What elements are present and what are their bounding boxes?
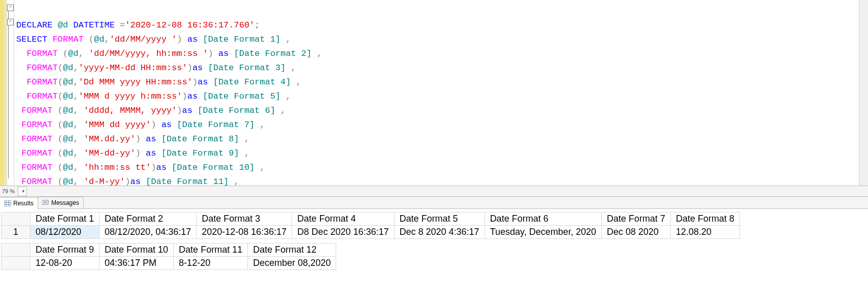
collapse-toggle-icon[interactable]: − — [7, 19, 14, 25]
col-header[interactable]: Date Format 5 — [394, 212, 485, 226]
col-header[interactable]: Date Format 7 — [601, 212, 670, 226]
zoom-dropdown[interactable]: ▼ — [18, 187, 27, 196]
chevron-down-icon: ▼ — [21, 189, 25, 194]
kw-declare: DECLARE — [16, 20, 52, 30]
tab-results[interactable]: Results — [0, 197, 38, 209]
semi: ; — [254, 20, 260, 30]
table-row[interactable]: 1 08/12/2020 08/12/2020, 04:36:17 2020-1… — [2, 226, 740, 239]
col-header[interactable]: Date Format 8 — [670, 212, 740, 226]
col-header[interactable]: Date Format 2 — [100, 212, 197, 226]
editor-vertical-scrollbar[interactable] — [859, 0, 868, 186]
row-header-blank[interactable] — [2, 244, 30, 257]
zoom-bar: 79 % ▼ — [0, 186, 868, 197]
row-number[interactable]: 1 — [2, 226, 30, 239]
tab-messages-label: Messages — [51, 199, 79, 206]
kw-type: DATETIME — [73, 20, 115, 30]
cell[interactable]: 2020-12-08 16:36:17 — [197, 226, 292, 239]
cell[interactable]: 08/12/2020, 04:36:17 — [100, 226, 197, 239]
col-header[interactable]: Date Format 6 — [485, 212, 601, 226]
col-header[interactable]: Date Format 1 — [30, 212, 100, 226]
grid-icon — [4, 200, 11, 206]
cell[interactable]: Tuesday, December, 2020 — [485, 226, 601, 239]
kw-select: SELECT — [16, 35, 47, 44]
tab-messages[interactable]: Messages — [38, 197, 84, 208]
col-header[interactable]: Date Format 10 — [100, 244, 174, 257]
cell[interactable]: 08/12/2020 — [30, 226, 100, 239]
table-header-row: Date Format 1 Date Format 2 Date Format … — [2, 212, 740, 226]
col-header[interactable]: Date Format 4 — [292, 212, 394, 226]
col-header[interactable]: Date Format 3 — [197, 212, 292, 226]
cell[interactable]: 8-12-20 — [174, 257, 248, 270]
row-number[interactable] — [2, 257, 30, 270]
fn-format: FORMAT — [52, 35, 83, 44]
cell[interactable]: 04:36:17 PM — [100, 257, 174, 270]
cell[interactable]: 12.08.20 — [670, 226, 740, 239]
var: @d — [58, 20, 68, 30]
results-pane: Date Format 1 Date Format 2 Date Format … — [0, 209, 868, 304]
col-header[interactable]: Date Format 9 — [30, 244, 100, 257]
collapse-toggle-icon[interactable]: − — [7, 5, 14, 11]
cell[interactable]: Dec 8 2020 4:36:17 — [394, 226, 485, 239]
col-header[interactable]: Date Format 12 — [248, 244, 336, 257]
op-eq: = — [120, 20, 125, 30]
tab-results-label: Results — [13, 200, 34, 207]
code-area[interactable]: DECLARE @d DATETIME ='2020-12-08 16:36:1… — [14, 0, 859, 186]
cell[interactable]: Dec 08 2020 — [601, 226, 670, 239]
svg-rect-5 — [42, 200, 48, 204]
results-grid[interactable]: Date Format 1 Date Format 2 Date Format … — [1, 212, 740, 239]
cell[interactable]: 12-08-20 — [30, 257, 100, 270]
results-grid-overflow[interactable]: Date Format 9 Date Format 10 Date Format… — [1, 243, 336, 270]
results-tabs: Results Messages — [0, 197, 868, 209]
zoom-value: 79 % — [2, 188, 15, 194]
outline-gutter[interactable]: − − — [7, 0, 14, 186]
col-header[interactable]: Date Format 11 — [174, 244, 248, 257]
cell[interactable]: D8 Dec 2020 16:36:17 — [292, 226, 394, 239]
row-header-blank[interactable] — [2, 212, 30, 226]
sql-editor[interactable]: − − DECLARE @d DATETIME ='2020-12-08 16:… — [0, 0, 868, 186]
string-literal: '2020-12-08 16:36:17.760' — [125, 20, 254, 30]
messages-icon — [42, 200, 49, 206]
table-row[interactable]: 12-08-20 04:36:17 PM 8-12-20 December 08… — [2, 257, 336, 270]
cell[interactable]: December 08,2020 — [248, 257, 336, 270]
svg-rect-0 — [4, 200, 11, 206]
change-margin — [0, 0, 4, 186]
table-header-row: Date Format 9 Date Format 10 Date Format… — [2, 244, 336, 257]
